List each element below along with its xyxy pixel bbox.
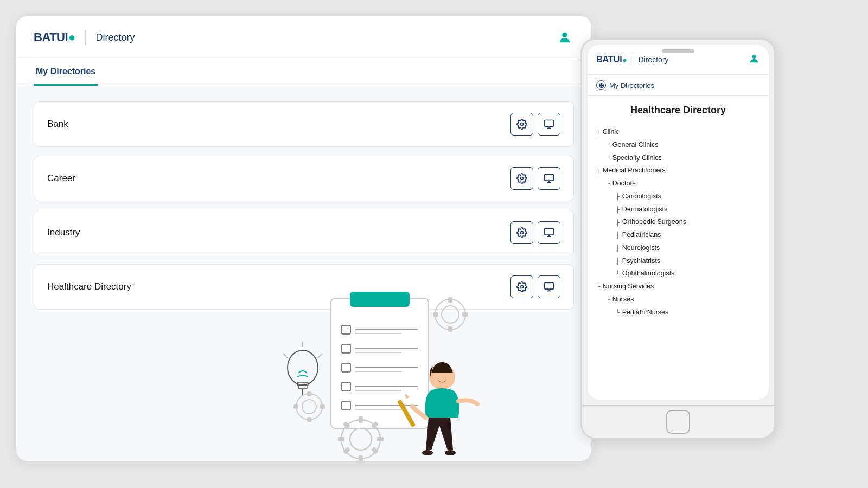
tree-item: ├Cardiologists: [616, 190, 760, 203]
bank-actions: [510, 113, 560, 136]
tree-item: ├Medical Practitioners: [596, 164, 760, 177]
user-icon-desktop[interactable]: [556, 28, 574, 47]
svg-point-60: [752, 55, 756, 59]
healthcare-settings-btn[interactable]: [510, 275, 533, 298]
logo-text: BATUI: [34, 30, 68, 44]
industry-settings-btn[interactable]: [510, 221, 533, 244]
tree-label: Nurses: [612, 293, 634, 306]
tree-label: Cardiologists: [622, 190, 661, 203]
directory-item-industry: Industry: [34, 210, 574, 255]
svg-line-48: [318, 354, 322, 358]
svg-rect-29: [359, 455, 363, 461]
healthcare-share-btn[interactable]: [538, 275, 560, 298]
tree-connector: └: [606, 152, 610, 164]
svg-rect-54: [320, 404, 325, 409]
mobile-header-divider: [633, 54, 633, 65]
tree-label: Neurologists: [622, 242, 660, 255]
tree-label: Psychiatrists: [622, 255, 660, 268]
svg-line-46: [283, 354, 288, 358]
tree-item: ├Dermatologists: [616, 203, 760, 216]
tree-connector: ├: [606, 294, 610, 305]
svg-rect-52: [307, 417, 311, 422]
tree-item: ├Clinic: [596, 126, 760, 139]
directory-name-bank: Bank: [47, 119, 68, 130]
tree-item: └General Clinics: [606, 139, 760, 152]
my-directories-tab[interactable]: My Directories: [34, 59, 98, 86]
tree-label: Orthopedic Surgeons: [622, 216, 686, 229]
svg-point-59: [445, 450, 456, 455]
tree-connector: ├: [616, 191, 620, 202]
header-divider: [85, 30, 86, 45]
svg-point-1: [521, 123, 524, 126]
tree-label: Clinic: [603, 126, 620, 139]
mobile-user-icon[interactable]: [748, 53, 760, 67]
svg-rect-53: [293, 404, 298, 409]
desktop-header: BATUI ● Directory: [16, 16, 591, 59]
tree-connector: ├: [596, 126, 601, 138]
mobile-header-title: Directory: [639, 55, 669, 64]
tree-connector: ├: [616, 229, 620, 241]
tree-connector: └: [596, 281, 601, 292]
svg-point-36: [435, 299, 465, 330]
svg-rect-51: [307, 391, 311, 396]
mobile-nav-row[interactable]: ⊕ My Directories: [588, 75, 769, 96]
desktop-nav: My Directories: [16, 59, 591, 86]
svg-point-37: [442, 306, 459, 323]
svg-rect-39: [448, 326, 452, 332]
mobile-inner: BATUI ● Directory ⊕ My Directories: [588, 45, 769, 400]
svg-rect-8: [545, 283, 554, 290]
svg-rect-38: [448, 297, 452, 303]
mobile-content: Healthcare Directory ├Clinic└General Cli…: [588, 96, 769, 400]
svg-rect-28: [359, 416, 363, 423]
tree-item: ├Nurses: [606, 293, 760, 306]
svg-rect-41: [462, 312, 468, 317]
tree-item: ├Doctors: [606, 177, 760, 190]
directory-name-healthcare: Healthcare Directory: [47, 281, 131, 292]
tree-label: Nursing Services: [603, 280, 654, 293]
tree-label: Dermatologists: [622, 203, 667, 216]
home-button[interactable]: [666, 410, 690, 434]
svg-rect-44: [298, 386, 307, 389]
tree-item: └Ophthalmologists: [616, 267, 760, 280]
svg-point-3: [521, 177, 524, 180]
svg-rect-30: [338, 437, 344, 441]
career-settings-btn[interactable]: [510, 167, 533, 190]
career-share-btn[interactable]: [538, 167, 560, 190]
svg-point-5: [521, 232, 524, 234]
career-actions: [510, 167, 560, 190]
tree-item: └Nursing Services: [596, 280, 760, 293]
tree-label: Specialty Clinics: [612, 152, 662, 165]
tree-label: Pediatricians: [622, 229, 661, 242]
tree-connector: ├: [606, 178, 610, 189]
desktop-logo: BATUI ●: [34, 30, 75, 44]
svg-point-0: [562, 33, 567, 37]
tree-label: Ophthalmologists: [622, 267, 675, 280]
tree-connector: └: [606, 139, 610, 151]
tree-connector: ├: [616, 204, 620, 215]
svg-rect-10: [350, 292, 410, 307]
industry-share-btn[interactable]: [538, 221, 560, 244]
tree-connector: ├: [616, 217, 620, 228]
svg-point-27: [350, 428, 372, 450]
directory-name-industry: Industry: [47, 227, 80, 238]
tree-connector: └: [616, 268, 620, 280]
svg-rect-2: [545, 120, 554, 127]
directory-name-career: Career: [47, 173, 75, 184]
bank-settings-btn[interactable]: [510, 113, 533, 136]
speaker-slot: [662, 49, 694, 53]
tree-item: ├Neurologists: [616, 242, 760, 255]
tree-label: Medical Practitioners: [603, 164, 666, 177]
tree-label: General Clinics: [612, 139, 659, 152]
tree: ├Clinic└General Clinics└Specialty Clinic…: [596, 126, 760, 319]
tree-item: ├Orthopedic Surgeons: [616, 216, 760, 229]
tree-connector: ├: [616, 242, 620, 254]
mobile-card: BATUI ● Directory ⊕ My Directories: [580, 38, 776, 439]
tree-connector: └: [616, 307, 620, 318]
mobile-bottom-bar: [582, 405, 774, 438]
tree-connector: ├: [596, 165, 601, 177]
scene: BATUI ● Directory My Directories Bank: [16, 16, 852, 472]
mobile-nav-label: My Directories: [609, 81, 654, 89]
mobile-logo-icon: ●: [623, 56, 627, 64]
bank-share-btn[interactable]: [538, 113, 560, 136]
desktop-card: BATUI ● Directory My Directories Bank: [16, 16, 591, 461]
